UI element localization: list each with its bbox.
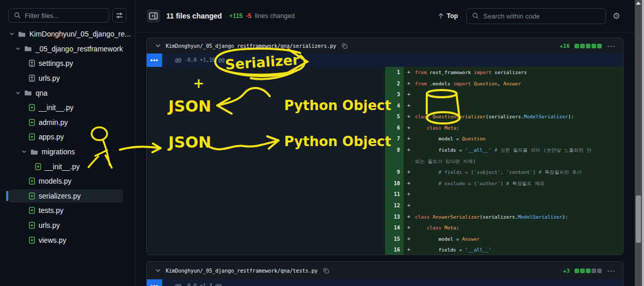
tree-item-kimdonghyun-05-django-re-[interactable]: KimDonghyun/_05_django_re... [0, 27, 134, 42]
tree-item-label: settings.py [39, 59, 73, 67]
code-text: model = Question [414, 133, 623, 145]
tree-item-label: admin.py [39, 118, 68, 127]
hunk-range: @@ -0,0 +1,16 @@ [162, 53, 224, 67]
diff-header-stats: +16 ··· [560, 42, 617, 50]
tree-item--05-django-restframework[interactable]: _05_django_restframework [0, 42, 134, 57]
copy-icon [341, 43, 348, 49]
diff-line: 8+ fields = '__all__' # 모든 필드를 의미 (보안상 노… [385, 145, 623, 156]
line-number[interactable]: 3 [385, 89, 404, 100]
tree-item-urls-py[interactable]: urls.py [0, 218, 134, 233]
chevron-down-icon[interactable] [155, 43, 161, 49]
tree-item-label: tests.py [39, 206, 63, 214]
top-label: Top [447, 12, 458, 20]
tree-item-label: _05_django_restframework [36, 45, 123, 53]
diff-line: 1+from rest_framework import serializers [385, 67, 623, 78]
code-text: fields = '__all__' # 모든 필드를 의미 (보안상 노출되면… [414, 145, 623, 156]
folder-icon [30, 149, 38, 155]
window-edge [642, 0, 644, 286]
tree-item-settings-py[interactable]: settings.py [0, 56, 134, 71]
diff-header-stats: +3 ··· [563, 267, 617, 275]
diff-marker: + [404, 222, 414, 234]
diff-line: 11+ [385, 189, 623, 200]
diff-marker: + [404, 178, 414, 189]
line-number[interactable]: 5 [385, 111, 404, 122]
copy-path-button[interactable] [341, 43, 348, 49]
code-text: 되는 필드가 있다면 자제) [414, 156, 623, 167]
search-within-code-input[interactable]: Search within code [466, 8, 606, 24]
code-text [414, 189, 623, 200]
filter-files-input[interactable]: Filter files... [8, 8, 109, 23]
diff-block-added [580, 269, 585, 273]
chevron-down-icon [9, 31, 14, 37]
line-number[interactable]: 16 [385, 244, 404, 255]
sliders-icon [115, 11, 124, 20]
scrollbar-up-arrow[interactable] [636, 2, 641, 5]
diff-file-path: KimDonghyun/_05_django_restframework/qna… [166, 43, 336, 49]
expand-hunk-button[interactable]: ••• [147, 53, 162, 67]
folder-icon [18, 31, 26, 38]
line-number[interactable]: 2 [385, 78, 404, 90]
file-additions: +16 [560, 43, 570, 49]
code-text: # fields = ['subject', 'content'] # 특정필드… [414, 167, 623, 178]
diff-panel-serializers: KimDonghyun/_05_django_restframework/qna… [146, 38, 623, 255]
diff-marker: + [404, 122, 414, 134]
tree-item-migrations[interactable]: migrations [0, 145, 134, 159]
scroll-to-top-button[interactable]: Top [438, 12, 458, 20]
diff-marker: + [404, 244, 414, 255]
diff-settings-gear-button[interactable]: ⚙ [613, 12, 620, 21]
code-text: from .models import Question, Answer [414, 78, 623, 90]
diff-line: 14+ class Meta: [385, 222, 623, 234]
diff-file-header: KimDonghyun/_05_django_restframework/qna… [147, 262, 623, 279]
file-filter-button[interactable] [112, 8, 127, 23]
code-text: class Meta: [414, 122, 623, 134]
hunk-header-row: ••• @@ -0,0 +1,16 @@ [147, 53, 623, 67]
diff-marker: + [404, 234, 414, 245]
expand-hunk-button[interactable]: ••• [147, 279, 162, 286]
line-number[interactable]: 11 [385, 189, 404, 200]
line-number[interactable]: 14 [385, 222, 404, 234]
tree-item-views-py[interactable]: views.py [0, 233, 134, 247]
line-number[interactable]: 1 [385, 67, 404, 78]
tree-item-apps-py[interactable]: apps.py [0, 130, 134, 145]
line-number[interactable]: 7 [385, 133, 404, 145]
files-changed-title: 11 files changed [166, 12, 222, 20]
tree-item-admin-py[interactable]: admin.py [0, 115, 134, 130]
file-tree: KimDonghyun/_05_django_re..._05_django_r… [0, 27, 134, 247]
file-added-icon [29, 119, 35, 126]
code-text: from rest_framework import serializers [414, 67, 623, 78]
line-number[interactable]: 6 [385, 122, 404, 134]
line-number[interactable] [385, 156, 404, 167]
line-number[interactable]: 10 [385, 178, 404, 189]
chevron-down-icon[interactable] [155, 267, 161, 274]
tree-item--init-py[interactable]: __init__.py [0, 159, 134, 174]
diff-block-empty [591, 269, 596, 273]
line-number[interactable]: 13 [385, 211, 404, 223]
chevron-down-icon [15, 46, 21, 51]
tree-item-tests-py[interactable]: tests.py [0, 203, 134, 218]
tree-item--init-py[interactable]: __init__.py [0, 100, 134, 115]
line-number[interactable]: 9 [385, 167, 404, 178]
tree-item-label: __init__.py [45, 163, 80, 171]
diff-blocks [575, 269, 602, 273]
line-number[interactable]: 15 [385, 234, 404, 245]
line-number[interactable]: 12 [385, 200, 404, 211]
tree-item-label: serializers.py [39, 192, 81, 200]
code-text: class QuestionSerializer(serializers.Mod… [414, 111, 623, 122]
copy-path-button[interactable] [323, 267, 329, 274]
old-file-empty-pane [147, 67, 385, 255]
folder-icon [24, 45, 32, 52]
line-number[interactable]: 4 [385, 100, 404, 112]
collapse-sidebar-button[interactable] [147, 9, 160, 23]
tree-item-serializers-py[interactable]: serializers.py [0, 189, 134, 204]
file-menu-button[interactable]: ··· [606, 267, 617, 275]
tree-item-urls-py[interactable]: urls.py [0, 71, 134, 86]
scrollbar-track[interactable] [635, 0, 642, 286]
new-file-code-pane: 1+from rest_framework import serializers… [385, 67, 623, 255]
scrollbar-thumb[interactable] [636, 195, 641, 243]
diff-marker: + [404, 145, 414, 156]
tree-item-models-py[interactable]: models.py [0, 174, 134, 189]
file-menu-button[interactable]: ··· [606, 42, 617, 50]
tree-item-qna[interactable]: qna [0, 85, 134, 100]
diff-line: 13+class AnswerSerializer(serializers.Mo… [385, 211, 623, 223]
line-number[interactable]: 8 [385, 145, 404, 156]
